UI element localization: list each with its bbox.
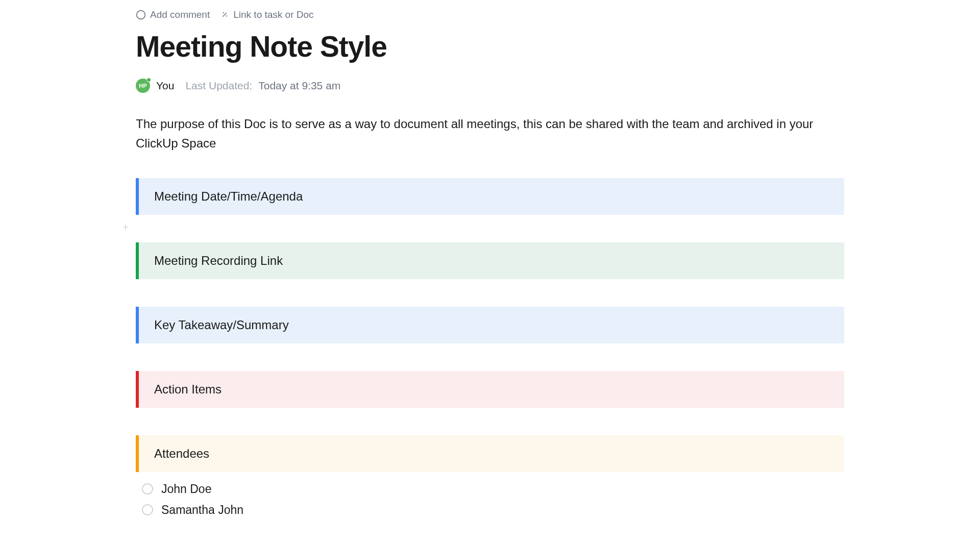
author-name: You — [156, 80, 174, 92]
callout-meeting-date[interactable]: Meeting Date/Time/Agenda — [136, 178, 844, 215]
doc-description[interactable]: The purpose of this Doc is to serve as a… — [136, 114, 844, 154]
avatar-initials: HP — [139, 83, 146, 89]
attendee-name: John Doe — [161, 482, 211, 496]
plus-icon — [122, 223, 129, 233]
doc-meta: HP You Last Updated: Today at 9:35 am — [136, 79, 844, 93]
comment-icon — [136, 10, 146, 20]
add-comment-label: Add comment — [150, 9, 210, 20]
attendee-list: John Doe Samantha John — [136, 482, 844, 517]
svg-point-0 — [137, 11, 145, 19]
callout-recording-link[interactable]: Meeting Recording Link — [136, 242, 844, 279]
list-item[interactable]: John Doe — [142, 482, 844, 496]
radio-button[interactable] — [142, 483, 153, 495]
link-icon — [220, 10, 229, 19]
attendee-name: Samantha John — [161, 503, 243, 517]
radio-button[interactable] — [142, 504, 153, 515]
presence-indicator — [146, 78, 151, 82]
add-comment-button[interactable]: Add comment — [136, 9, 210, 20]
last-updated-value: Today at 9:35 am — [258, 80, 340, 92]
list-item[interactable]: Samantha John — [142, 503, 844, 517]
callout-text: Attendees — [139, 447, 209, 461]
doc-toolbar: Add comment Link to task or Doc — [136, 9, 844, 20]
page-title[interactable]: Meeting Note Style — [136, 30, 844, 63]
last-updated-label: Last Updated: — [185, 80, 252, 92]
callout-key-takeaway[interactable]: Key Takeaway/Summary — [136, 307, 844, 343]
link-task-label: Link to task or Doc — [233, 9, 313, 20]
link-task-button[interactable]: Link to task or Doc — [220, 9, 313, 20]
callout-text: Meeting Recording Link — [139, 254, 283, 268]
add-block-button[interactable] — [120, 223, 131, 233]
avatar[interactable]: HP — [136, 79, 150, 93]
callout-text: Key Takeaway/Summary — [139, 318, 289, 332]
callout-action-items[interactable]: Action Items — [136, 371, 844, 408]
callout-text: Meeting Date/Time/Agenda — [139, 189, 303, 204]
callout-text: Action Items — [139, 382, 222, 397]
callout-attendees[interactable]: Attendees — [136, 435, 844, 472]
